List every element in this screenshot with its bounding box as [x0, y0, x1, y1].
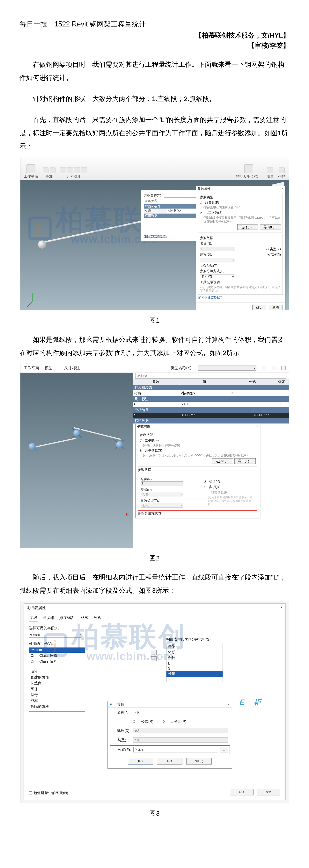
- help-link[interactable]: 如何创建族参数?: [198, 296, 222, 300]
- avail-category-select[interactable]: 常规模型: [29, 632, 81, 638]
- list-item[interactable]: OmniClass 编号: [29, 658, 85, 664]
- tab-filter[interactable]: 过滤器: [42, 614, 55, 622]
- list-item[interactable]: OmniClass 标题: [29, 653, 85, 658]
- list-item[interactable]: 图像: [29, 686, 85, 692]
- calculated-value-dialog: ■计算值× 名称(N): 公式(R) 百分比(P) 规程(D): 类型(T): …: [108, 701, 232, 769]
- list-item[interactable]: 长度: [166, 671, 223, 677]
- radio-note: (可以由多个项目和族共享，可以导出到 ODBC，并且可以出现在明细表和标记中): [203, 216, 281, 223]
- revit-ribbon: 工作平面 基准 几何图形 建模大师（PC） 测量 创建: [21, 157, 289, 180]
- truncated-label: 加: [125, 513, 129, 518]
- type-name-select[interactable]: [198, 366, 256, 371]
- byline-reviewer: 【审核/李签】: [20, 41, 289, 50]
- export-button[interactable]: 导出(E)...: [234, 458, 256, 464]
- radio-percent[interactable]: 百分比(P): [170, 719, 186, 724]
- group-label: 参数分组方式(G):: [138, 512, 163, 515]
- divider: |: [58, 366, 59, 370]
- add-field-button[interactable]: [151, 650, 157, 655]
- radio-type[interactable]: 类型(Y): [209, 479, 220, 484]
- param-name: 材质: [133, 390, 179, 396]
- param-formula[interactable]: =: [230, 402, 275, 407]
- list-item[interactable]: 创建的阶段: [29, 675, 85, 680]
- schedule-properties-dialog: 明细表属性× 字段 过滤器 排序/成组 格式 外观 选择可用的字段(F): 常规…: [24, 603, 286, 800]
- search-input[interactable]: [135, 373, 286, 378]
- list-item[interactable]: 拆除的阶段: [29, 704, 85, 709]
- help-button[interactable]: 帮助: [257, 789, 280, 796]
- name-input[interactable]: [133, 710, 176, 715]
- dialog-title: 参数属性: [137, 424, 150, 429]
- ok-button[interactable]: 确定: [252, 305, 266, 310]
- list-item[interactable]: t: [29, 664, 85, 670]
- figure-2: 工作平面 模型 | 尺寸标注 类型名称(Y): 参数 值 公式: [20, 363, 289, 548]
- group-select[interactable]: 尺寸标注: [200, 274, 235, 279]
- radio-type[interactable]: 类型(Y): [270, 247, 281, 251]
- discipline-label: 规程(D):: [141, 488, 153, 492]
- close-icon[interactable]: ×: [282, 186, 283, 191]
- radio-instance[interactable]: 实例(I): [209, 485, 219, 489]
- tab-sorting[interactable]: 排序/成组: [58, 614, 77, 622]
- radio-note: (可以由多个项目和族共享，可以导出到 ODBC，并且可以出现在明细表和标记中): [143, 454, 256, 457]
- ribbon-group-label: 创建: [278, 174, 285, 179]
- close-icon[interactable]: ×: [228, 701, 230, 708]
- list-item[interactable]: 合计: [166, 655, 223, 661]
- formula-input[interactable]: [133, 747, 218, 752]
- tool-icon[interactable]: [272, 366, 276, 370]
- tool-icon[interactable]: [281, 366, 286, 370]
- cancel-button[interactable]: 取消: [269, 305, 283, 310]
- list-item[interactable]: S: [166, 666, 223, 671]
- browse-button[interactable]: ...: [220, 747, 228, 752]
- select-button[interactable]: 选择(L)...: [212, 458, 233, 464]
- dialog-title: 参数属性: [197, 186, 211, 191]
- page-title: 每日一技｜1522 Revit 钢网架工程量统计: [20, 20, 289, 29]
- cancel-button[interactable]: 取消: [230, 789, 254, 796]
- close-icon[interactable]: ×: [280, 605, 283, 611]
- close-icon[interactable]: ×: [256, 424, 258, 429]
- tool-icon[interactable]: [262, 366, 266, 370]
- include-links-checkbox[interactable]: [29, 792, 32, 795]
- tab[interactable]: 工作平面: [24, 365, 39, 371]
- export-button[interactable]: 导出(E)...: [260, 224, 281, 230]
- lock-checkbox[interactable]: [281, 403, 283, 405]
- select-button[interactable]: 选择(L)...: [237, 224, 258, 230]
- radio-shared-param[interactable]: 共享参数(S): [205, 211, 223, 215]
- list-item[interactable]: 族: [29, 709, 85, 712]
- radio-formula[interactable]: 公式(R): [141, 719, 153, 724]
- group-label: 参数分组方式(G):: [200, 269, 225, 273]
- help-button[interactable]: 帮助(H): [186, 758, 212, 765]
- tab[interactable]: 模型: [45, 365, 52, 371]
- ok-button[interactable]: 确定: [128, 758, 153, 765]
- list-item[interactable]: URL: [29, 670, 85, 675]
- available-fields-listbox[interactable]: IfcGUID OmniClass 标题 OmniClass 编号 t URL …: [29, 647, 85, 712]
- list-item[interactable]: 型号: [29, 692, 85, 698]
- schedule-fields-listbox[interactable]: 类型 体积 合计 L S 长度: [166, 643, 223, 682]
- list-item[interactable]: 制造商: [29, 680, 85, 686]
- list-item[interactable]: 类型: [166, 643, 223, 649]
- help-link[interactable]: 如何管理族类型?: [144, 235, 167, 239]
- list-item[interactable]: 成本: [29, 698, 85, 704]
- col-header: 值: [179, 378, 230, 385]
- list-item[interactable]: IfcGUID: [29, 648, 85, 653]
- ribbon-group-label: 几何图形: [66, 174, 81, 179]
- sched-list-label: 明细表字段(按顺序排列)(S):: [166, 637, 280, 642]
- formula-label: 公式(F):: [112, 747, 131, 752]
- tab-format[interactable]: 格式: [80, 614, 89, 622]
- tab-fields[interactable]: 字段: [29, 614, 38, 622]
- remove-field-button[interactable]: [151, 656, 157, 661]
- cancel-button[interactable]: 取消: [157, 758, 182, 765]
- param-value[interactable]: 50.0: [179, 402, 230, 407]
- param-value[interactable]: 0.008 m²: [179, 412, 230, 418]
- radio-instance[interactable]: 实例(I): [271, 253, 281, 256]
- param-value[interactable]: <按类别>: [179, 390, 230, 396]
- tab[interactable]: 尺寸标注: [64, 365, 80, 371]
- viewport-3d[interactable]: [21, 373, 133, 548]
- radio-shared-param[interactable]: 共享参数(S): [145, 448, 162, 453]
- section-header: 材质和装饰: [133, 385, 289, 390]
- param-type-label: 参数类型(T):: [200, 264, 218, 268]
- tab-appearance[interactable]: 外观: [93, 614, 102, 622]
- param-formula[interactable]: =: [230, 390, 275, 396]
- param-formula[interactable]: =3.14 * r ^ ...: [230, 412, 275, 418]
- radio-fam-param[interactable]: 族参数(F): [205, 200, 219, 205]
- radio-fam-param[interactable]: 族参数(F): [145, 438, 159, 442]
- list-item[interactable]: 体积: [166, 649, 223, 655]
- discipline-label: 规程(D):: [111, 728, 131, 733]
- list-item[interactable]: L: [166, 661, 223, 666]
